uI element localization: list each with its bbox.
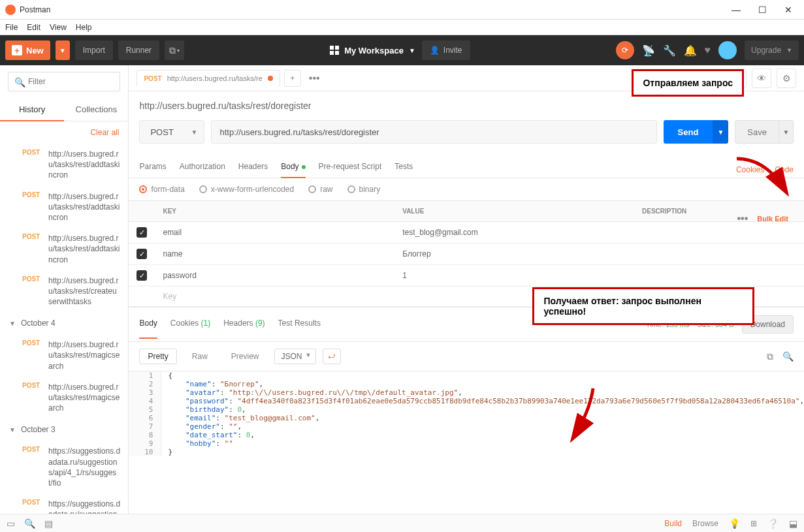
search-icon[interactable]: 🔍: [782, 351, 794, 362]
bulk-edit-link[interactable]: Bulk Edit: [757, 215, 788, 223]
tab-prerequest[interactable]: Pre-request Script: [319, 162, 382, 178]
bell-icon[interactable]: 🔔: [684, 44, 697, 57]
fmt-preview[interactable]: Preview: [223, 349, 268, 364]
sidebar: 🔍 History Collections Clear all POSThttp…: [0, 65, 129, 514]
env-preview-icon[interactable]: 👁: [752, 69, 771, 88]
kv-row[interactable]: ✓nameБлоггер: [129, 243, 804, 265]
tab-more-icon[interactable]: •••: [305, 72, 324, 84]
fmt-pretty[interactable]: Pretty: [139, 349, 176, 364]
menu-help[interactable]: Help: [76, 23, 92, 32]
history-date[interactable]: ▼October 3: [0, 418, 128, 441]
lang-dropdown[interactable]: JSON▼: [274, 349, 316, 364]
upgrade-button[interactable]: Upgrade▼: [745, 40, 799, 60]
history-date[interactable]: ▼October 4: [0, 312, 128, 334]
arrow-icon: [567, 385, 600, 444]
send-button[interactable]: Send: [664, 120, 713, 144]
history-item[interactable]: POSThttp://users.bugred.ru/tasks/rest/ad…: [0, 228, 128, 270]
checkbox-icon[interactable]: ✓: [137, 270, 147, 281]
grid-icon: [330, 46, 339, 55]
postman-logo-icon: [5, 5, 16, 15]
radio-urlencoded[interactable]: x-www-form-urlencoded: [199, 185, 294, 194]
callout-response: Получаем ответ: запрос выполнен успешно!: [532, 287, 754, 325]
history-item[interactable]: POSThttp://users.bugred.ru/tasks/rest/ad…: [0, 186, 128, 228]
plus-icon: +: [12, 45, 22, 55]
tab-params[interactable]: Params: [139, 162, 166, 178]
request-tab[interactable]: POST http://users.bugred.ru/tasks/re: [137, 70, 280, 86]
method-dropdown[interactable]: POST▼: [139, 120, 204, 144]
history-item[interactable]: POSThttp://users.bugred.ru/tasks/rest/ma…: [0, 334, 128, 377]
resp-tab-cookies[interactable]: Cookies (1): [170, 319, 210, 330]
titlebar: Postman — ☐ ✕: [0, 0, 804, 20]
tab-history[interactable]: History: [0, 98, 64, 121]
add-tab-button[interactable]: +: [284, 70, 301, 87]
kv-row[interactable]: ✓password1: [129, 265, 804, 287]
wrap-icon[interactable]: ⮐: [323, 349, 341, 364]
clear-all-link[interactable]: Clear all: [0, 121, 128, 144]
active-dot-icon: [302, 165, 306, 169]
history-item[interactable]: POSThttps://suggestions.dadata.ru/sugges…: [0, 441, 128, 493]
tab-body[interactable]: Body: [281, 162, 305, 178]
copy-icon[interactable]: ⧉: [767, 351, 773, 362]
keyboard-icon[interactable]: ⊞: [750, 519, 757, 528]
menu-edit[interactable]: Edit: [27, 23, 40, 32]
two-pane-icon[interactable]: ⬓: [789, 518, 797, 529]
sidebar-toggle-icon[interactable]: ▭: [7, 518, 15, 529]
invite-button[interactable]: 👤Invite: [422, 40, 470, 60]
fmt-raw[interactable]: Raw: [184, 349, 216, 364]
arrow-icon: [733, 155, 792, 201]
new-window-icon[interactable]: ⧉▾: [165, 40, 184, 60]
build-link[interactable]: Build: [664, 519, 682, 528]
find-icon[interactable]: 🔍: [24, 518, 35, 529]
minimize-icon[interactable]: —: [730, 5, 743, 15]
import-button[interactable]: Import: [75, 40, 113, 60]
satellite-icon[interactable]: 📡: [642, 44, 655, 57]
heart-icon[interactable]: ♥: [705, 44, 711, 56]
sync-icon[interactable]: ⟳: [616, 41, 634, 59]
window-title: Postman: [20, 5, 730, 14]
response-body[interactable]: 1{2 "name": "Блоггер",3 "avatar": "http:…: [129, 371, 804, 514]
radio-binary[interactable]: binary: [347, 185, 381, 194]
workspace-selector[interactable]: My Workspace ▼: [330, 46, 415, 55]
radio-raw[interactable]: raw: [308, 185, 332, 194]
send-dropdown[interactable]: ▼: [713, 120, 728, 144]
close-icon[interactable]: ✕: [782, 5, 795, 15]
save-button[interactable]: Save: [735, 120, 779, 144]
wrench-icon[interactable]: 🔧: [663, 44, 676, 57]
menu-file[interactable]: File: [5, 23, 18, 32]
resp-tab-testresults[interactable]: Test Results: [278, 319, 321, 330]
content-area: POST http://users.bugred.ru/tasks/re + •…: [129, 65, 804, 514]
kv-header: KEY VALUE DESCRIPTION •••Bulk Edit: [129, 201, 804, 222]
checkbox-icon[interactable]: ✓: [137, 249, 147, 259]
bootcamp-icon[interactable]: 💡: [729, 518, 740, 529]
history-item[interactable]: POSThttp://users.bugred.ru/tasks/rest/cr…: [0, 270, 128, 313]
console-icon[interactable]: ▤: [44, 518, 53, 529]
help-icon[interactable]: ❔: [767, 518, 779, 529]
settings-icon[interactable]: ⚙: [777, 69, 796, 88]
resp-tab-body[interactable]: Body: [139, 319, 157, 330]
history-item[interactable]: POSThttp://users.bugred.ru/tasks/rest/ma…: [0, 377, 128, 419]
statusbar: ▭ 🔍 ▤ Build Browse 💡 ⊞ ❔ ⬓: [0, 514, 804, 532]
tab-headers[interactable]: Headers: [238, 162, 268, 178]
unsaved-dot-icon: [268, 76, 273, 81]
more-icon[interactable]: •••: [737, 213, 748, 225]
new-button[interactable]: +New: [5, 40, 50, 60]
maximize-icon[interactable]: ☐: [756, 5, 769, 15]
kv-row[interactable]: ✓emailtest_blog@gmail.com: [129, 222, 804, 243]
tab-collections[interactable]: Collections: [64, 98, 128, 121]
callout-send: Отправляем запрос: [632, 69, 744, 97]
new-dropdown[interactable]: ▼: [56, 40, 70, 60]
request-title: http://users.bugred.ru/tasks/rest/doregi…: [139, 101, 794, 111]
history-item[interactable]: POSThttps://suggestions.dadata.ru/sugges…: [0, 493, 128, 514]
radio-formdata[interactable]: form-data: [139, 185, 184, 194]
url-input[interactable]: http://users.bugred.ru/tasks/rest/doregi…: [211, 120, 656, 144]
tab-authorization[interactable]: Authorization: [180, 162, 225, 178]
avatar[interactable]: [718, 41, 737, 59]
menu-view[interactable]: View: [50, 23, 67, 32]
history-item[interactable]: POSThttp://users.bugred.ru/tasks/rest/ad…: [0, 144, 128, 186]
checkbox-icon[interactable]: ✓: [137, 227, 147, 238]
resp-tab-headers[interactable]: Headers (9): [223, 319, 265, 330]
browse-link[interactable]: Browse: [692, 519, 718, 528]
save-dropdown[interactable]: ▼: [779, 120, 794, 144]
tab-tests[interactable]: Tests: [394, 162, 413, 178]
runner-button[interactable]: Runner: [118, 40, 159, 60]
